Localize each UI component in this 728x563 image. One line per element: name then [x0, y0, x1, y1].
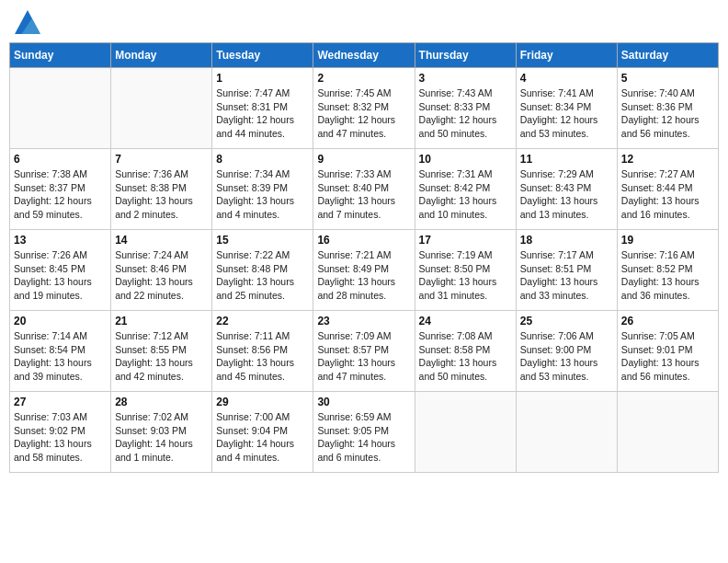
calendar-cell: 12Sunrise: 7:27 AM Sunset: 8:44 PM Dayli… — [617, 149, 718, 230]
day-number: 22 — [216, 315, 309, 327]
day-number: 15 — [216, 234, 309, 247]
day-info: Sunrise: 7:45 AM Sunset: 8:32 PM Dayligh… — [317, 86, 410, 141]
calendar-cell: 9Sunrise: 7:33 AM Sunset: 8:40 PM Daylig… — [313, 149, 415, 230]
calendar-cell: 17Sunrise: 7:19 AM Sunset: 8:50 PM Dayli… — [415, 230, 516, 311]
calendar-cell: 23Sunrise: 7:09 AM Sunset: 8:57 PM Dayli… — [313, 311, 415, 392]
calendar-week-row: 13Sunrise: 7:26 AM Sunset: 8:45 PM Dayli… — [10, 230, 719, 311]
calendar-day-header: Tuesday — [212, 43, 313, 68]
calendar-cell: 6Sunrise: 7:38 AM Sunset: 8:37 PM Daylig… — [10, 149, 111, 230]
calendar-cell: 25Sunrise: 7:06 AM Sunset: 9:00 PM Dayli… — [516, 311, 617, 392]
day-info: Sunrise: 7:31 AM Sunset: 8:42 PM Dayligh… — [419, 167, 512, 222]
day-number: 14 — [115, 234, 208, 247]
calendar-cell — [415, 392, 516, 473]
calendar-cell: 3Sunrise: 7:43 AM Sunset: 8:33 PM Daylig… — [415, 68, 516, 149]
day-number: 4 — [520, 72, 613, 85]
day-number: 8 — [216, 153, 309, 166]
calendar-cell: 13Sunrise: 7:26 AM Sunset: 8:45 PM Dayli… — [10, 230, 111, 311]
day-info: Sunrise: 7:29 AM Sunset: 8:43 PM Dayligh… — [520, 167, 613, 222]
day-number: 9 — [317, 153, 410, 166]
calendar-cell: 2Sunrise: 7:45 AM Sunset: 8:32 PM Daylig… — [313, 68, 415, 149]
calendar-cell — [516, 392, 617, 473]
day-info: Sunrise: 7:16 AM Sunset: 8:52 PM Dayligh… — [621, 248, 714, 303]
calendar-cell: 22Sunrise: 7:11 AM Sunset: 8:56 PM Dayli… — [212, 311, 313, 392]
day-info: Sunrise: 7:12 AM Sunset: 8:55 PM Dayligh… — [115, 329, 208, 384]
calendar-day-header: Monday — [111, 43, 212, 68]
day-info: Sunrise: 7:03 AM Sunset: 9:02 PM Dayligh… — [14, 410, 107, 465]
day-info: Sunrise: 7:36 AM Sunset: 8:38 PM Dayligh… — [115, 167, 208, 222]
page-header — [9, 9, 719, 35]
day-info: Sunrise: 7:43 AM Sunset: 8:33 PM Dayligh… — [419, 86, 512, 141]
day-number: 26 — [621, 315, 714, 327]
calendar-table: SundayMondayTuesdayWednesdayThursdayFrid… — [9, 42, 719, 473]
day-info: Sunrise: 7:11 AM Sunset: 8:56 PM Dayligh… — [216, 329, 309, 384]
calendar-cell: 27Sunrise: 7:03 AM Sunset: 9:02 PM Dayli… — [10, 392, 111, 473]
day-number: 7 — [115, 153, 208, 166]
day-info: Sunrise: 7:40 AM Sunset: 8:36 PM Dayligh… — [621, 86, 714, 141]
calendar-header-row: SundayMondayTuesdayWednesdayThursdayFrid… — [10, 43, 719, 68]
day-info: Sunrise: 7:26 AM Sunset: 8:45 PM Dayligh… — [14, 248, 107, 303]
day-number: 20 — [14, 315, 107, 327]
calendar-cell: 29Sunrise: 7:00 AM Sunset: 9:04 PM Dayli… — [212, 392, 313, 473]
day-info: Sunrise: 7:05 AM Sunset: 9:01 PM Dayligh… — [621, 329, 714, 384]
day-info: Sunrise: 7:22 AM Sunset: 8:48 PM Dayligh… — [216, 248, 309, 303]
day-info: Sunrise: 7:34 AM Sunset: 8:39 PM Dayligh… — [216, 167, 309, 222]
day-info: Sunrise: 7:19 AM Sunset: 8:50 PM Dayligh… — [419, 248, 512, 303]
calendar-cell: 30Sunrise: 6:59 AM Sunset: 9:05 PM Dayli… — [313, 392, 415, 473]
day-number: 6 — [14, 153, 107, 166]
calendar-day-header: Wednesday — [313, 43, 415, 68]
day-number: 17 — [419, 234, 512, 247]
day-number: 23 — [317, 315, 410, 327]
day-info: Sunrise: 7:41 AM Sunset: 8:34 PM Dayligh… — [520, 86, 613, 141]
day-number: 27 — [14, 396, 107, 408]
logo-text — [13, 9, 40, 35]
day-number: 28 — [115, 396, 208, 408]
calendar-cell: 1Sunrise: 7:47 AM Sunset: 8:31 PM Daylig… — [212, 68, 313, 149]
calendar-cell: 8Sunrise: 7:34 AM Sunset: 8:39 PM Daylig… — [212, 149, 313, 230]
calendar-cell: 24Sunrise: 7:08 AM Sunset: 8:58 PM Dayli… — [415, 311, 516, 392]
day-number: 19 — [621, 234, 714, 247]
logo — [13, 9, 40, 35]
calendar-cell: 16Sunrise: 7:21 AM Sunset: 8:49 PM Dayli… — [313, 230, 415, 311]
calendar-cell: 11Sunrise: 7:29 AM Sunset: 8:43 PM Dayli… — [516, 149, 617, 230]
calendar-cell — [111, 68, 212, 149]
calendar-cell: 7Sunrise: 7:36 AM Sunset: 8:38 PM Daylig… — [111, 149, 212, 230]
day-info: Sunrise: 7:00 AM Sunset: 9:04 PM Dayligh… — [216, 410, 309, 465]
day-number: 12 — [621, 153, 714, 166]
day-info: Sunrise: 7:02 AM Sunset: 9:03 PM Dayligh… — [115, 410, 208, 465]
day-number: 30 — [317, 396, 410, 408]
day-info: Sunrise: 7:27 AM Sunset: 8:44 PM Dayligh… — [621, 167, 714, 222]
calendar-cell: 5Sunrise: 7:40 AM Sunset: 8:36 PM Daylig… — [617, 68, 718, 149]
day-number: 25 — [520, 315, 613, 327]
day-info: Sunrise: 7:24 AM Sunset: 8:46 PM Dayligh… — [115, 248, 208, 303]
day-info: Sunrise: 7:33 AM Sunset: 8:40 PM Dayligh… — [317, 167, 410, 222]
calendar-cell: 28Sunrise: 7:02 AM Sunset: 9:03 PM Dayli… — [111, 392, 212, 473]
calendar-day-header: Sunday — [10, 43, 111, 68]
day-number: 24 — [419, 315, 512, 327]
calendar-cell: 21Sunrise: 7:12 AM Sunset: 8:55 PM Dayli… — [111, 311, 212, 392]
day-number: 13 — [14, 234, 107, 247]
calendar-day-header: Friday — [516, 43, 617, 68]
calendar-cell: 15Sunrise: 7:22 AM Sunset: 8:48 PM Dayli… — [212, 230, 313, 311]
day-info: Sunrise: 7:38 AM Sunset: 8:37 PM Dayligh… — [14, 167, 107, 222]
day-info: Sunrise: 7:47 AM Sunset: 8:31 PM Dayligh… — [216, 86, 309, 141]
calendar-cell — [617, 392, 718, 473]
day-info: Sunrise: 7:14 AM Sunset: 8:54 PM Dayligh… — [14, 329, 107, 384]
calendar-cell: 19Sunrise: 7:16 AM Sunset: 8:52 PM Dayli… — [617, 230, 718, 311]
day-number: 18 — [520, 234, 613, 247]
day-number: 2 — [317, 72, 410, 85]
calendar-cell: 20Sunrise: 7:14 AM Sunset: 8:54 PM Dayli… — [10, 311, 111, 392]
day-number: 11 — [520, 153, 613, 166]
calendar-week-row: 27Sunrise: 7:03 AM Sunset: 9:02 PM Dayli… — [10, 392, 719, 473]
calendar-day-header: Saturday — [617, 43, 718, 68]
day-number: 10 — [419, 153, 512, 166]
day-info: Sunrise: 7:17 AM Sunset: 8:51 PM Dayligh… — [520, 248, 613, 303]
calendar-week-row: 6Sunrise: 7:38 AM Sunset: 8:37 PM Daylig… — [10, 149, 719, 230]
day-number: 3 — [419, 72, 512, 85]
day-number: 29 — [216, 396, 309, 408]
calendar-cell: 26Sunrise: 7:05 AM Sunset: 9:01 PM Dayli… — [617, 311, 718, 392]
day-info: Sunrise: 7:09 AM Sunset: 8:57 PM Dayligh… — [317, 329, 410, 384]
calendar-cell: 4Sunrise: 7:41 AM Sunset: 8:34 PM Daylig… — [516, 68, 617, 149]
calendar-week-row: 1Sunrise: 7:47 AM Sunset: 8:31 PM Daylig… — [10, 68, 719, 149]
calendar-week-row: 20Sunrise: 7:14 AM Sunset: 8:54 PM Dayli… — [10, 311, 719, 392]
day-info: Sunrise: 7:08 AM Sunset: 8:58 PM Dayligh… — [419, 329, 512, 384]
